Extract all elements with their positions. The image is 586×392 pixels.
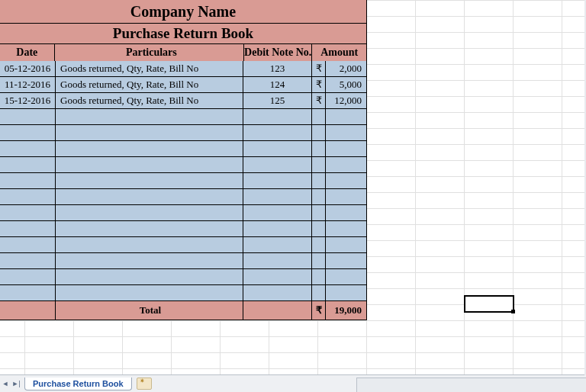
cell-date[interactable] <box>0 237 55 252</box>
cell-particulars[interactable] <box>55 285 243 300</box>
cell-date[interactable] <box>0 109 55 124</box>
cell-date[interactable] <box>0 173 55 188</box>
cell-currency-symbol[interactable] <box>311 253 325 268</box>
cell-date[interactable]: 11-12-2016 <box>0 77 55 92</box>
cell-currency-symbol[interactable] <box>311 237 325 252</box>
cell-debit-note[interactable]: 125 <box>243 93 311 108</box>
table-row[interactable]: 05-12-2016Goods returned, Qty, Rate, Bil… <box>0 61 366 76</box>
cell-particulars[interactable] <box>55 205 243 220</box>
table-row[interactable]: 11-12-2016Goods returned, Qty, Rate, Bil… <box>0 76 366 92</box>
cell-currency-symbol[interactable] <box>311 205 325 220</box>
cell-particulars[interactable] <box>55 189 243 204</box>
tab-nav-next-icon[interactable]: ►| <box>11 377 21 390</box>
cell-date[interactable] <box>0 189 55 204</box>
tab-nav-prev-icon[interactable]: ◄ <box>0 377 11 390</box>
cell-debit-note[interactable] <box>243 189 311 204</box>
cell-debit-note[interactable] <box>243 125 311 140</box>
cell-date[interactable] <box>0 269 55 284</box>
cell-currency-symbol[interactable] <box>311 157 325 172</box>
cell-currency-symbol[interactable] <box>311 269 325 284</box>
cell-currency-symbol[interactable] <box>311 125 325 140</box>
cell-currency-symbol[interactable] <box>311 221 325 236</box>
table-row[interactable] <box>0 204 366 220</box>
table-row[interactable] <box>0 252 366 268</box>
cell-particulars[interactable] <box>55 269 243 284</box>
horizontal-scrollbar[interactable] <box>356 378 586 392</box>
table-row[interactable] <box>0 268 366 284</box>
new-sheet-button[interactable] <box>137 378 152 390</box>
table-row[interactable] <box>0 172 366 188</box>
cell-currency-symbol[interactable]: ₹ <box>311 77 325 92</box>
cell-date[interactable] <box>0 253 55 268</box>
cell-particulars[interactable]: Goods returned, Qty, Rate, Bill No <box>55 93 243 108</box>
table-row[interactable] <box>0 156 366 172</box>
cell-amount[interactable] <box>325 173 366 188</box>
cell-debit-note[interactable] <box>243 237 311 252</box>
cell-particulars[interactable] <box>55 173 243 188</box>
table-row[interactable] <box>0 140 366 156</box>
cell-date[interactable] <box>0 221 55 236</box>
cell-date[interactable]: 15-12-2016 <box>0 93 55 108</box>
cell-amount[interactable]: 2,000 <box>325 61 366 76</box>
col-header-date[interactable]: Date <box>0 44 54 61</box>
table-row[interactable] <box>0 188 366 204</box>
cell-currency-symbol[interactable]: ₹ <box>311 93 325 108</box>
cell-currency-symbol[interactable]: ₹ <box>311 61 325 76</box>
cell-amount[interactable] <box>325 141 366 156</box>
cell-particulars[interactable]: Goods returned, Qty, Rate, Bill No <box>55 61 243 76</box>
cell-particulars[interactable] <box>55 253 243 268</box>
cell-amount[interactable] <box>325 189 366 204</box>
cell-amount[interactable] <box>325 205 366 220</box>
cell-debit-note[interactable] <box>243 141 311 156</box>
cell-debit-note[interactable] <box>243 157 311 172</box>
col-header-amount[interactable]: Amount <box>311 44 366 61</box>
cell-date[interactable]: 05-12-2016 <box>0 61 55 76</box>
cell-amount[interactable] <box>325 253 366 268</box>
table-row[interactable] <box>0 108 366 124</box>
cell-amount[interactable] <box>325 237 366 252</box>
cell-amount[interactable] <box>325 157 366 172</box>
cell-amount[interactable] <box>325 285 366 300</box>
active-cell-cursor[interactable] <box>464 295 514 313</box>
cell-currency-symbol[interactable] <box>311 189 325 204</box>
cell-debit-note[interactable] <box>243 221 311 236</box>
cell-amount[interactable]: 12,000 <box>325 93 366 108</box>
cell-amount[interactable]: 5,000 <box>325 77 366 92</box>
table-row[interactable] <box>0 220 366 236</box>
cell-debit-note[interactable] <box>243 285 311 300</box>
cell-debit-note[interactable] <box>243 109 311 124</box>
table-row[interactable]: 15-12-2016Goods returned, Qty, Rate, Bil… <box>0 92 366 108</box>
cell-particulars[interactable] <box>55 109 243 124</box>
cell-particulars[interactable] <box>55 237 243 252</box>
cell-debit-note[interactable]: 123 <box>243 61 311 76</box>
cell-particulars[interactable] <box>55 125 243 140</box>
cell-amount[interactable] <box>325 109 366 124</box>
cell-debit-note[interactable] <box>243 205 311 220</box>
worksheet-area[interactable]: Company Name Purchase Return Book Date P… <box>0 0 586 366</box>
cell-currency-symbol[interactable] <box>311 285 325 300</box>
cell-particulars[interactable] <box>55 157 243 172</box>
cell-debit-note[interactable] <box>243 173 311 188</box>
cell-date[interactable] <box>0 157 55 172</box>
cell-currency-symbol[interactable] <box>311 109 325 124</box>
sheet-tab-active[interactable]: Purchase Return Book <box>24 378 132 390</box>
col-header-debit-note[interactable]: Debit Note No. <box>243 44 311 61</box>
cell-date[interactable] <box>0 125 55 140</box>
cell-date[interactable] <box>0 205 55 220</box>
cell-particulars[interactable] <box>55 141 243 156</box>
table-row[interactable] <box>0 236 366 252</box>
cell-currency-symbol[interactable] <box>311 173 325 188</box>
cell-date[interactable] <box>0 285 55 300</box>
cell-debit-note[interactable] <box>243 253 311 268</box>
table-row[interactable] <box>0 284 366 300</box>
col-header-particulars[interactable]: Particulars <box>54 44 243 61</box>
cell-particulars[interactable]: Goods returned, Qty, Rate, Bill No <box>55 77 243 92</box>
table-row[interactable] <box>0 124 366 140</box>
cell-amount[interactable] <box>325 269 366 284</box>
cell-debit-note[interactable] <box>243 269 311 284</box>
cell-date[interactable] <box>0 141 55 156</box>
cell-currency-symbol[interactable] <box>311 141 325 156</box>
cell-particulars[interactable] <box>55 221 243 236</box>
cell-amount[interactable] <box>325 125 366 140</box>
cell-amount[interactable] <box>325 221 366 236</box>
